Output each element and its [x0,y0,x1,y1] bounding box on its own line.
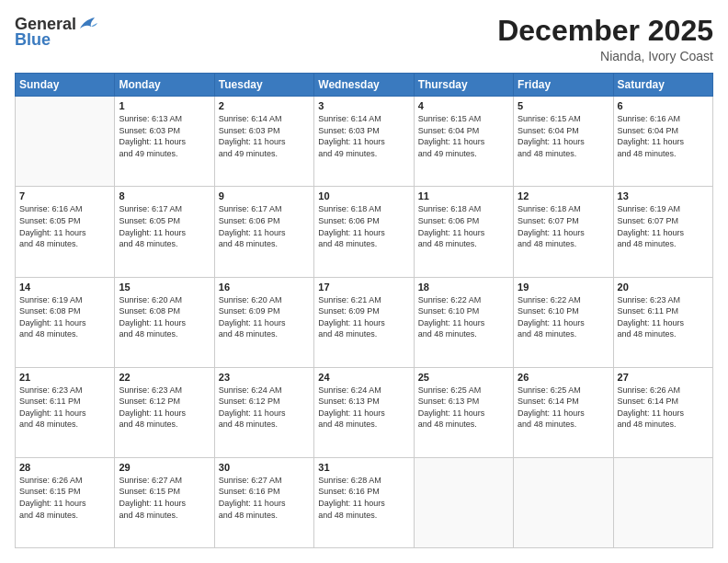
day-info: Sunrise: 6:24 AMSunset: 6:13 PMDaylight:… [318,385,409,431]
day-number: 22 [119,372,210,383]
calendar-cell: 25Sunrise: 6:25 AMSunset: 6:13 PMDayligh… [414,367,513,457]
day-number: 24 [318,372,409,383]
calendar-week-row: 1Sunrise: 6:13 AMSunset: 6:03 PMDaylight… [16,97,713,187]
day-info: Sunrise: 6:18 AMSunset: 6:06 PMDaylight:… [418,203,509,249]
day-info: Sunrise: 6:25 AMSunset: 6:13 PMDaylight:… [418,385,509,431]
day-info: Sunrise: 6:27 AMSunset: 6:16 PMDaylight:… [219,475,310,521]
calendar-cell: 18Sunrise: 6:22 AMSunset: 6:10 PMDayligh… [414,277,513,367]
calendar-table: SundayMondayTuesdayWednesdayThursdayFrid… [15,73,713,548]
day-info: Sunrise: 6:17 AMSunset: 6:05 PMDaylight:… [119,203,210,249]
calendar-cell [414,457,513,547]
calendar-cell: 31Sunrise: 6:28 AMSunset: 6:16 PMDayligh… [314,457,414,547]
calendar-cell: 1Sunrise: 6:13 AMSunset: 6:03 PMDaylight… [115,97,214,187]
day-info: Sunrise: 6:28 AMSunset: 6:16 PMDaylight:… [318,475,409,521]
day-info: Sunrise: 6:21 AMSunset: 6:09 PMDaylight:… [318,294,409,340]
calendar-cell: 15Sunrise: 6:20 AMSunset: 6:08 PMDayligh… [115,277,214,367]
day-number: 11 [418,190,509,201]
day-number: 3 [318,100,409,111]
calendar-cell: 9Sunrise: 6:17 AMSunset: 6:06 PMDaylight… [214,187,313,277]
day-info: Sunrise: 6:20 AMSunset: 6:08 PMDaylight:… [119,294,210,340]
day-info: Sunrise: 6:14 AMSunset: 6:03 PMDaylight:… [219,113,310,159]
calendar-weekday-header: Monday [115,74,214,97]
calendar-cell: 5Sunrise: 6:15 AMSunset: 6:04 PMDaylight… [514,97,613,187]
calendar-cell: 14Sunrise: 6:19 AMSunset: 6:08 PMDayligh… [16,277,115,367]
calendar-weekday-header: Saturday [613,74,712,97]
day-info: Sunrise: 6:26 AMSunset: 6:14 PMDaylight:… [618,385,709,431]
calendar-cell: 21Sunrise: 6:23 AMSunset: 6:11 PMDayligh… [16,367,115,457]
day-info: Sunrise: 6:16 AMSunset: 6:05 PMDaylight:… [19,203,110,249]
day-number: 9 [219,190,310,201]
day-info: Sunrise: 6:27 AMSunset: 6:15 PMDaylight:… [119,475,210,521]
day-number: 8 [119,190,210,201]
calendar-cell: 24Sunrise: 6:24 AMSunset: 6:13 PMDayligh… [314,367,414,457]
day-info: Sunrise: 6:15 AMSunset: 6:04 PMDaylight:… [518,113,609,159]
day-number: 28 [19,462,110,473]
calendar-cell: 17Sunrise: 6:21 AMSunset: 6:09 PMDayligh… [314,277,414,367]
month-title: December 2025 [497,15,713,47]
calendar-cell: 3Sunrise: 6:14 AMSunset: 6:03 PMDaylight… [314,97,414,187]
location: Nianda, Ivory Coast [497,49,713,63]
calendar-week-row: 14Sunrise: 6:19 AMSunset: 6:08 PMDayligh… [16,277,713,367]
page: General Blue December 2025 Nianda, Ivory… [0,0,728,563]
day-number: 6 [618,100,709,111]
day-info: Sunrise: 6:18 AMSunset: 6:06 PMDaylight:… [318,203,409,249]
calendar-week-row: 21Sunrise: 6:23 AMSunset: 6:11 PMDayligh… [16,367,713,457]
day-number: 12 [518,190,609,201]
day-number: 29 [119,462,210,473]
calendar-cell: 27Sunrise: 6:26 AMSunset: 6:14 PMDayligh… [613,367,712,457]
day-info: Sunrise: 6:25 AMSunset: 6:14 PMDaylight:… [518,385,609,431]
day-info: Sunrise: 6:20 AMSunset: 6:09 PMDaylight:… [219,294,310,340]
day-info: Sunrise: 6:19 AMSunset: 6:08 PMDaylight:… [19,294,110,340]
calendar-weekday-header: Thursday [414,74,513,97]
day-info: Sunrise: 6:16 AMSunset: 6:04 PMDaylight:… [618,113,709,159]
title-section: December 2025 Nianda, Ivory Coast [497,15,713,63]
calendar-cell: 11Sunrise: 6:18 AMSunset: 6:06 PMDayligh… [414,187,513,277]
day-number: 26 [518,372,609,383]
calendar-cell: 19Sunrise: 6:22 AMSunset: 6:10 PMDayligh… [514,277,613,367]
day-number: 16 [219,282,310,293]
day-number: 5 [518,100,609,111]
day-number: 15 [119,282,210,293]
day-number: 18 [418,282,509,293]
day-info: Sunrise: 6:26 AMSunset: 6:15 PMDaylight:… [19,475,110,521]
day-info: Sunrise: 6:23 AMSunset: 6:12 PMDaylight:… [119,385,210,431]
day-number: 4 [418,100,509,111]
day-number: 10 [318,190,409,201]
day-number: 21 [19,372,110,383]
day-number: 23 [219,372,310,383]
calendar-cell: 13Sunrise: 6:19 AMSunset: 6:07 PMDayligh… [613,187,712,277]
day-number: 20 [618,282,709,293]
calendar-weekday-header: Sunday [16,74,115,97]
calendar-cell: 8Sunrise: 6:17 AMSunset: 6:05 PMDaylight… [115,187,214,277]
day-info: Sunrise: 6:15 AMSunset: 6:04 PMDaylight:… [418,113,509,159]
calendar-cell: 30Sunrise: 6:27 AMSunset: 6:16 PMDayligh… [214,457,313,547]
calendar-weekday-header: Wednesday [314,74,414,97]
calendar-cell: 22Sunrise: 6:23 AMSunset: 6:12 PMDayligh… [115,367,214,457]
day-number: 2 [219,100,310,111]
calendar-cell [514,457,613,547]
day-info: Sunrise: 6:23 AMSunset: 6:11 PMDaylight:… [19,385,110,431]
calendar-cell: 12Sunrise: 6:18 AMSunset: 6:07 PMDayligh… [514,187,613,277]
day-number: 27 [618,372,709,383]
day-number: 13 [618,190,709,201]
calendar-cell: 23Sunrise: 6:24 AMSunset: 6:12 PMDayligh… [214,367,313,457]
day-number: 30 [219,462,310,473]
day-info: Sunrise: 6:17 AMSunset: 6:06 PMDaylight:… [219,203,310,249]
day-number: 19 [518,282,609,293]
calendar-cell: 4Sunrise: 6:15 AMSunset: 6:04 PMDaylight… [414,97,513,187]
calendar-cell: 16Sunrise: 6:20 AMSunset: 6:09 PMDayligh… [214,277,313,367]
day-number: 14 [19,282,110,293]
calendar-cell: 2Sunrise: 6:14 AMSunset: 6:03 PMDaylight… [214,97,313,187]
day-info: Sunrise: 6:14 AMSunset: 6:03 PMDaylight:… [318,113,409,159]
day-info: Sunrise: 6:13 AMSunset: 6:03 PMDaylight:… [119,113,210,159]
calendar-weekday-header: Tuesday [214,74,313,97]
calendar-cell: 7Sunrise: 6:16 AMSunset: 6:05 PMDaylight… [16,187,115,277]
calendar-cell: 29Sunrise: 6:27 AMSunset: 6:15 PMDayligh… [115,457,214,547]
calendar-cell: 10Sunrise: 6:18 AMSunset: 6:06 PMDayligh… [314,187,414,277]
calendar-cell: 26Sunrise: 6:25 AMSunset: 6:14 PMDayligh… [514,367,613,457]
day-info: Sunrise: 6:22 AMSunset: 6:10 PMDaylight:… [418,294,509,340]
day-number: 17 [318,282,409,293]
calendar-cell [16,97,115,187]
calendar-cell: 20Sunrise: 6:23 AMSunset: 6:11 PMDayligh… [613,277,712,367]
calendar-cell [613,457,712,547]
